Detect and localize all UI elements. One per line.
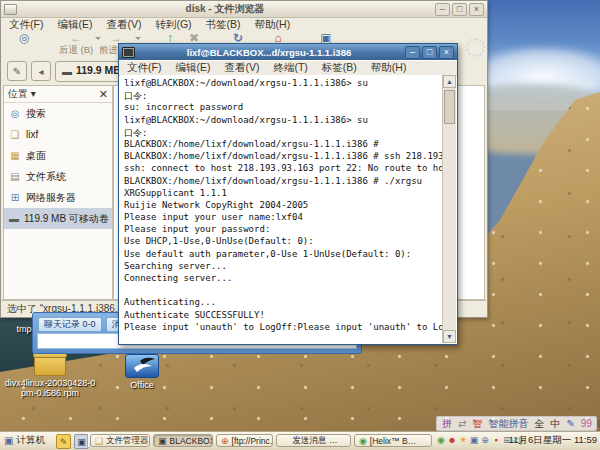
terminal-line: lixf@BLACKBOX:~/download/xrgsu-1.1.1.i38… <box>124 78 443 90</box>
terminal-line: Authenticate SUCCESSFULLY! <box>124 310 443 322</box>
menu-item[interactable]: 标签(B) <box>322 61 357 75</box>
terminal-line <box>124 285 443 297</box>
messenger-icon[interactable]: ☻ <box>447 434 457 447</box>
terminal-output[interactable]: lixf@BLACKBOX:~/download/xrgsu-1.1.1.i38… <box>120 75 443 343</box>
close-button[interactable]: × <box>439 46 454 59</box>
sidebar-item-label: 搜索 <box>26 107 46 121</box>
busy-spinner-icon <box>466 38 485 57</box>
ime-toggle-icon[interactable]: 智能拼音 <box>488 417 528 430</box>
web-globe-icon[interactable]: ⊕ <box>480 434 490 447</box>
menu-item[interactable]: 编辑(E) <box>175 61 210 75</box>
places-sidebar: 位置 ▾ ✕ ◎ 搜索 ❑ lixf ▦ <box>3 85 113 300</box>
desktop-icon-label: Office <box>130 380 153 390</box>
openoffice-icon <box>125 354 159 378</box>
taskbar-window-button[interactable]: ▣ BLACKBOX <box>153 434 213 447</box>
computer-menu-label: 计算机 <box>16 434 45 447</box>
menu-item[interactable]: 转到(G) <box>155 18 191 32</box>
desktop-icon-rpm-package[interactable]: divx4linux-20030428-0pm-0.i586.rpm <box>4 354 96 398</box>
terminal-line: lixf@BLACKBOX:~/download/xrgsu-1.1.1.i38… <box>124 115 443 127</box>
desktop-screen: divx4linux-20030428-0pm-0.i586.rpm Offic… <box>0 0 600 450</box>
minimize-button[interactable]: – <box>435 3 450 16</box>
sidebar-item-icon: ▬ <box>9 213 19 224</box>
ime-toggle-icon[interactable]: ⇄ <box>458 417 466 430</box>
taskbar-clock[interactable]: 11月6日星期一 11:59 <box>509 434 597 447</box>
minimize-button[interactable]: – <box>405 46 420 59</box>
terminal-line: su: incorrect password <box>124 102 443 114</box>
quick-launch-notes-icon[interactable]: ✎ <box>56 434 71 449</box>
taskbar-window-button[interactable]: ⊕ [ftp://Princ… <box>216 434 273 447</box>
desktop-icon-openoffice[interactable]: Office <box>110 354 174 390</box>
taskbar-window-button[interactable]: ◉ [Helix™ B… <box>354 434 432 447</box>
folder-window-icon <box>4 4 17 15</box>
sidebar-item[interactable]: ◎ 搜索 <box>4 103 112 124</box>
menu-item[interactable]: 查看(V) <box>106 18 141 32</box>
ime-toggle-icon[interactable]: 中 <box>550 417 560 430</box>
sidebar-item[interactable]: ❑ lixf <box>4 124 112 145</box>
terminal-window-icon <box>122 47 135 58</box>
scrollbar-thumb[interactable] <box>444 90 455 124</box>
sidebar-item[interactable]: ▤ 文件系统 <box>4 166 112 187</box>
menu-item[interactable]: 帮助(H) <box>255 18 291 32</box>
path-back-arrow-button[interactable]: ◂ <box>31 61 51 81</box>
package-icon <box>34 354 66 376</box>
terminal-line: Connecting server... <box>124 273 443 285</box>
klipper-icon[interactable]: ▪ <box>491 434 501 447</box>
menu-item[interactable]: 文件(F) <box>9 18 43 32</box>
terminal-line: Please input your user name:lxf04 <box>124 212 443 224</box>
edit-location-button[interactable]: ✎ <box>7 61 27 81</box>
sidebar-item-icon: ▤ <box>9 171 21 182</box>
menu-item[interactable]: 文件(F) <box>127 61 161 75</box>
taskbar-button-label: BLACKBOX <box>170 436 213 446</box>
menu-item[interactable]: 书签(B) <box>206 18 241 32</box>
ime-toggle-icon[interactable]: 全 <box>534 417 544 430</box>
terminal-line: Use default auth parameter,0-Use 1-UnUse… <box>124 249 443 261</box>
scroll-up-icon[interactable]: ▲ <box>443 75 456 88</box>
menu-item[interactable]: 查看(V) <box>224 61 259 75</box>
scroll-down-icon[interactable]: ▼ <box>443 330 456 343</box>
sidebar-item-label: 网络服务器 <box>26 191 76 205</box>
sidebar-item-icon: ▦ <box>9 150 21 161</box>
toolbar-button[interactable]: ◎ <box>1 32 47 44</box>
drive-icon: ▬ <box>62 66 72 77</box>
taskbar-window-button[interactable]: ❑ 文件管理器… <box>90 434 150 447</box>
terminal-line: 口令: <box>124 90 443 102</box>
terminal-line: ssh: connect to host 218.193.93.163 port… <box>124 163 443 175</box>
taskbar-button-icon: ▣ <box>158 436 167 446</box>
menu-item[interactable]: 编辑(E) <box>57 18 92 32</box>
taskbar-button-label: [Helix™ B… <box>370 436 416 446</box>
maximize-button[interactable]: □ <box>452 3 467 16</box>
computer-icon: ▣ <box>4 435 13 446</box>
menu-item[interactable]: 终端(T) <box>273 61 307 75</box>
window-title: disk - 文件浏览器 <box>17 2 433 16</box>
ime-toggle-icon[interactable]: ✎ <box>566 417 574 430</box>
terminal-line: 口令: <box>124 127 443 139</box>
close-button[interactable]: × <box>469 3 484 16</box>
sidebar-item[interactable]: ▦ 桌面 <box>4 145 112 166</box>
sidebar-title[interactable]: 位置 ▾ <box>8 87 99 101</box>
ime-toggle-icon[interactable]: 智 <box>472 417 482 430</box>
taskbar-button-label: [ftp://Princ… <box>232 436 273 446</box>
terminal-line: BLACKBOX:/home/lixf/download/xrgsu-1.1.1… <box>124 176 443 188</box>
terminal-scrollbar[interactable]: ▲ ▼ <box>442 75 456 343</box>
menu-item[interactable]: 帮助(H) <box>371 61 407 75</box>
sidebar-item[interactable]: ▬ 119.9 MB 可移动卷 <box>4 208 112 229</box>
sidebar-close-icon[interactable]: ✕ <box>99 88 108 101</box>
ime-toggle-icon[interactable]: 拼 <box>442 417 452 430</box>
terminal-titlebar[interactable]: lixf@BLACKBOX...d/xrgsu-1.1.1.i386 – □ × <box>119 44 457 60</box>
ime-toggle-icon[interactable]: 99 <box>581 417 592 430</box>
terminal-line: XRGSupplicant 1.1.1 <box>124 188 443 200</box>
terminal-menubar: 文件(F)编辑(E)查看(V)终端(T)标签(B)帮助(H) <box>119 61 457 76</box>
computer-menu-button[interactable]: ▣ 计算机 <box>4 434 45 447</box>
taskbar-button-icon: ⊕ <box>221 436 229 446</box>
suse-gecko-icon[interactable]: ◉ <box>436 434 446 447</box>
sidebar-item-label: lixf <box>26 129 38 140</box>
chat-history-button[interactable]: 聊天记录 0-0 <box>38 317 102 332</box>
taskbar-window-button[interactable]: 发送消息 … <box>276 434 351 447</box>
taskbar-separator <box>87 434 88 447</box>
display-settings-icon[interactable]: ▣ <box>469 434 479 447</box>
sidebar-item[interactable]: ⊞ 网络服务器 <box>4 187 112 208</box>
file-manager-titlebar[interactable]: disk - 文件浏览器 – □ × <box>1 1 487 18</box>
maximize-button[interactable]: □ <box>422 46 437 59</box>
taskbar-button-label: 发送消息 … <box>293 435 338 447</box>
updater-sun-icon[interactable]: ☀ <box>458 434 468 447</box>
